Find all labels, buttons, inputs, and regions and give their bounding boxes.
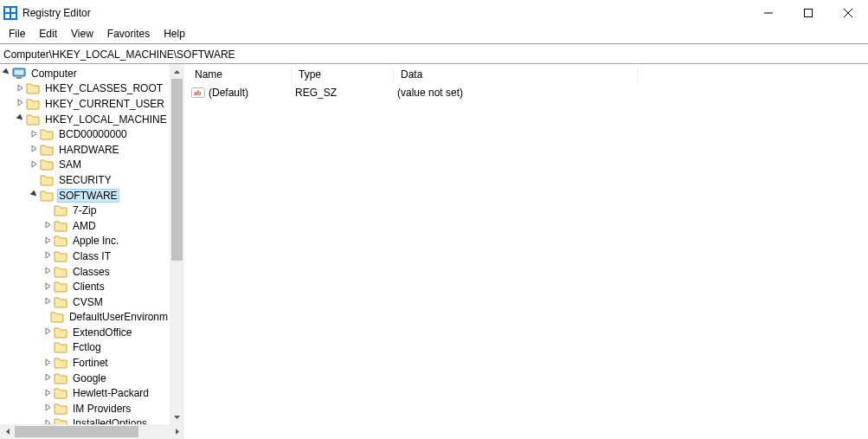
expand-toggle[interactable] bbox=[42, 403, 54, 413]
tree-pane: ComputerHKEY_CLASSES_ROOTHKEY_CURRENT_US… bbox=[0, 64, 184, 424]
tree-node[interactable]: Class IT bbox=[0, 249, 170, 264]
expand-toggle[interactable] bbox=[28, 130, 40, 139]
expand-toggle[interactable] bbox=[28, 160, 40, 170]
close-button[interactable] bbox=[828, 0, 868, 26]
tree-node-label: HARDWARE bbox=[57, 144, 121, 156]
column-header-type[interactable]: Type bbox=[292, 66, 394, 83]
tree-node[interactable]: 7-Zip bbox=[0, 203, 170, 218]
tree-node-label: Class IT bbox=[71, 250, 113, 262]
tree-node-label: 7-Zip bbox=[71, 204, 98, 216]
tree-node-label: SECURITY bbox=[57, 174, 113, 186]
window-controls bbox=[749, 0, 868, 26]
tree-node-label: Computer bbox=[29, 68, 79, 80]
tree-node-label: Clients bbox=[71, 281, 106, 293]
menu-favorites[interactable]: Favorites bbox=[100, 27, 157, 41]
expand-toggle[interactable] bbox=[14, 114, 26, 124]
tree-node[interactable]: BCD00000000 bbox=[0, 126, 170, 142]
close-icon bbox=[844, 9, 852, 17]
tree-node[interactable]: AMD bbox=[0, 218, 170, 234]
string-value-icon bbox=[191, 86, 205, 100]
scroll-down-button[interactable] bbox=[170, 410, 184, 424]
expand-toggle[interactable] bbox=[42, 389, 54, 398]
tree-node[interactable]: Apple Inc. bbox=[0, 234, 170, 249]
menu-edit[interactable]: Edit bbox=[32, 27, 64, 41]
expand-toggle[interactable] bbox=[42, 358, 54, 368]
address-bar bbox=[0, 44, 868, 63]
tree-node-label: HKEY_CLASSES_ROOT bbox=[43, 82, 164, 94]
scrollbar-filler bbox=[184, 424, 868, 439]
value-data: (value not set) bbox=[394, 87, 868, 99]
tree-node[interactable]: HKEY_LOCAL_MACHINE bbox=[0, 112, 170, 127]
expand-toggle[interactable] bbox=[42, 236, 54, 246]
expand-toggle[interactable] bbox=[42, 221, 54, 230]
tree-node[interactable]: IM Providers bbox=[0, 401, 170, 416]
tree-node-label: HKEY_LOCAL_MACHINE bbox=[43, 113, 169, 126]
tree-node[interactable]: Classes bbox=[0, 264, 170, 280]
tree-node[interactable]: SOFTWARE bbox=[0, 188, 170, 203]
minimize-button[interactable] bbox=[749, 0, 788, 26]
tree-node[interactable]: HKEY_CLASSES_ROOT bbox=[0, 81, 170, 97]
tree-node-label: DefaultUserEnvironm bbox=[68, 311, 170, 323]
tree-node[interactable]: SECURITY bbox=[0, 172, 170, 188]
list-header: Name Type Data bbox=[188, 64, 868, 85]
list-body: (Default)REG_SZ(value not set) bbox=[188, 85, 868, 100]
expand-toggle[interactable] bbox=[42, 267, 54, 276]
expand-toggle[interactable] bbox=[28, 145, 40, 154]
tree-node[interactable]: SAM bbox=[0, 158, 170, 173]
tree-node[interactable]: Google bbox=[0, 371, 170, 386]
value-name: (Default) bbox=[209, 87, 248, 99]
scroll-right-button[interactable] bbox=[170, 424, 184, 439]
expand-toggle[interactable] bbox=[14, 84, 26, 94]
svg-rect-10 bbox=[805, 10, 813, 17]
expand-toggle[interactable] bbox=[28, 190, 40, 200]
menu-view[interactable]: View bbox=[64, 27, 100, 41]
tree-node-label: IM Providers bbox=[71, 403, 132, 415]
menu-help[interactable]: Help bbox=[157, 27, 192, 41]
menu-file[interactable]: File bbox=[2, 27, 32, 41]
tree-node[interactable]: HKEY_CURRENT_USER bbox=[0, 96, 170, 112]
expand-toggle[interactable] bbox=[42, 327, 54, 337]
expand-toggle[interactable] bbox=[0, 68, 12, 78]
address-input[interactable] bbox=[3, 48, 865, 61]
tree-node-label: Fortinet bbox=[71, 357, 110, 369]
expand-toggle[interactable] bbox=[42, 373, 54, 383]
expand-toggle[interactable] bbox=[42, 282, 54, 292]
tree-node-label: Apple Inc. bbox=[71, 235, 120, 247]
tree-node[interactable]: CVSM bbox=[0, 294, 170, 310]
menu-bar: File Edit View Favorites Help bbox=[0, 26, 868, 43]
maximize-button[interactable] bbox=[788, 0, 828, 26]
expand-toggle[interactable] bbox=[14, 99, 26, 108]
value-type: REG_SZ bbox=[292, 87, 394, 99]
scroll-track[interactable] bbox=[170, 79, 184, 410]
tree-node[interactable]: Hewlett-Packard bbox=[0, 385, 170, 401]
tree-node-label: SOFTWARE bbox=[57, 189, 119, 203]
tree-node[interactable]: Computer bbox=[0, 66, 170, 81]
window-title: Registry Editor bbox=[23, 7, 91, 19]
vertical-scrollbar[interactable] bbox=[170, 64, 184, 424]
tree-node[interactable]: HARDWARE bbox=[0, 142, 170, 158]
expand-toggle[interactable] bbox=[42, 251, 54, 261]
tree-node-label: ExtendOffice bbox=[71, 326, 133, 339]
tree-node-label: InstalledOptions bbox=[71, 417, 149, 424]
column-header-data[interactable]: Data bbox=[394, 66, 638, 83]
tree-node[interactable]: DefaultUserEnvironm bbox=[0, 310, 170, 326]
scroll-track[interactable] bbox=[15, 424, 170, 439]
tree-node[interactable]: ExtendOffice bbox=[0, 325, 170, 340]
column-header-name[interactable]: Name bbox=[188, 66, 292, 83]
tree-node-label: BCD00000000 bbox=[57, 128, 129, 140]
tree-node[interactable]: Fortinet bbox=[0, 355, 170, 371]
scroll-thumb[interactable] bbox=[15, 426, 138, 437]
list-row[interactable]: (Default)REG_SZ(value not set) bbox=[188, 85, 868, 100]
tree-node[interactable]: Clients bbox=[0, 279, 170, 294]
expand-toggle[interactable] bbox=[42, 297, 54, 307]
tree-node[interactable]: InstalledOptions bbox=[0, 416, 170, 424]
tree-node-label: AMD bbox=[71, 220, 98, 232]
scroll-thumb[interactable] bbox=[171, 79, 183, 261]
scroll-left-button[interactable] bbox=[0, 424, 15, 439]
minimize-icon bbox=[764, 9, 773, 17]
values-pane: Name Type Data (Default)REG_SZ(value not… bbox=[188, 64, 868, 424]
tree-node[interactable]: Fctlog bbox=[0, 340, 170, 356]
tree-node-label: Fctlog bbox=[71, 341, 103, 353]
scroll-up-button[interactable] bbox=[170, 64, 184, 79]
tree-scroll[interactable]: ComputerHKEY_CLASSES_ROOTHKEY_CURRENT_US… bbox=[0, 64, 170, 424]
